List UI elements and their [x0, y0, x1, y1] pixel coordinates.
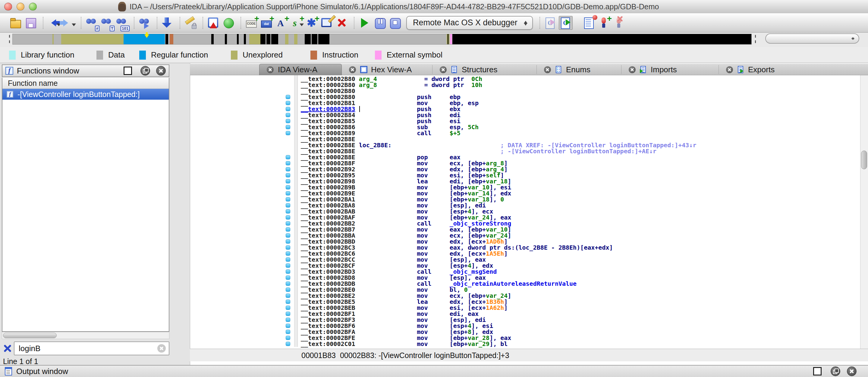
- breakpoint-marker-icon[interactable]: [286, 281, 290, 286]
- functions-float-button[interactable]: [141, 66, 150, 76]
- listing-line[interactable]: __text:00002BBA mov ecx, [ebp+var_24]: [283, 233, 856, 238]
- listing-line[interactable]: __text:00002BA1 mov [ebp+var_18], 0: [283, 196, 856, 202]
- breakpoint-marker-icon[interactable]: [286, 179, 290, 183]
- breakpoint-marker-icon[interactable]: [286, 239, 290, 244]
- create-struct-icon[interactable]: ✱+: [305, 16, 318, 30]
- listing-scrollbar-thumb[interactable]: [861, 150, 867, 169]
- listing-line[interactable]: __text:00002B8E: [283, 136, 856, 142]
- close-window-button[interactable]: [4, 3, 12, 10]
- listing-line[interactable]: __text:00002BEB mov esi, [ecx+1A62h]: [283, 305, 856, 311]
- create-data-icon[interactable]: dat+: [260, 16, 273, 30]
- breakpoint-marker-icon[interactable]: [286, 155, 290, 159]
- tab-ida-view-a[interactable]: IDA View-A: [259, 64, 342, 75]
- start-process-icon[interactable]: [358, 16, 371, 30]
- breakpoint-marker-icon[interactable]: [286, 330, 290, 334]
- listing-line[interactable]: __text:00002B92 mov edx, [ebp+arg_4]: [283, 166, 856, 172]
- edit-icon[interactable]: [320, 16, 333, 30]
- zoom-window-button[interactable]: [29, 3, 37, 10]
- create-code-icon[interactable]: CODE+: [245, 16, 258, 30]
- listing-line[interactable]: __text:00002B98 lea edi, [ebp+var_18]: [283, 178, 856, 184]
- jump-address-icon[interactable]: [161, 16, 174, 30]
- output-float-button[interactable]: [831, 367, 840, 376]
- listing-line[interactable]: __text:00002C01 mov [ebp+var_29], bl: [283, 341, 856, 347]
- listing-line[interactable]: __text:00002BD3 call _objc_msgSend: [283, 269, 856, 275]
- breakpoint-marker-icon[interactable]: [286, 107, 290, 111]
- breakpoint-marker-icon[interactable]: [286, 131, 290, 135]
- breakpoint-marker-icon[interactable]: [286, 318, 290, 322]
- listing-line[interactable]: __text:00002B89 call $+5: [283, 130, 856, 136]
- listing-line[interactable]: __text:00002BC3 mov eax, dword ptr ds:(l…: [283, 244, 856, 250]
- tab-enums[interactable]: Enums: [537, 64, 621, 75]
- listing-line[interactable]: __text:00002B8E pop eax: [283, 154, 856, 160]
- listing-line[interactable]: __text:00002BF6 mov [esp+4], esi: [283, 323, 856, 329]
- listing-line[interactable]: __text:00002B9E mov [ebp+var_14], edx: [283, 190, 856, 196]
- create-string-icon[interactable]: s+: [290, 16, 303, 30]
- listing-line[interactable]: __text:00002B85 push esi: [283, 118, 856, 124]
- create-name-icon[interactable]: A+: [275, 16, 288, 30]
- breakpoint-marker-icon[interactable]: [286, 264, 290, 268]
- listing-line[interactable]: __text:00002B8E ; -[ViewController login…: [283, 148, 856, 154]
- open-file-icon[interactable]: [9, 16, 22, 30]
- column-header-function-name[interactable]: Function name: [2, 78, 169, 89]
- breakpoint-marker-icon[interactable]: [286, 215, 290, 219]
- listing-line[interactable]: __text:00002BE5 lea edx, [ecx+1B36h]: [283, 299, 856, 305]
- functions-close-button[interactable]: [156, 66, 166, 76]
- breakpoint-marker-icon[interactable]: [286, 233, 290, 238]
- tab-close-icon[interactable]: [544, 66, 551, 73]
- tab-close-icon[interactable]: [440, 66, 447, 73]
- breakpoint-marker-icon[interactable]: [286, 125, 290, 129]
- breakpoint-list-icon[interactable]: [582, 16, 595, 30]
- listing-line[interactable]: __text:00002B80 arg_4 = dword ptr 0Ch: [283, 76, 856, 82]
- breakpoint-marker-icon[interactable]: [286, 173, 290, 177]
- reanalyze-icon[interactable]: [222, 16, 235, 30]
- stop-process-icon[interactable]: [388, 16, 401, 30]
- listing-line[interactable]: __text:00002B80 push ebp: [283, 94, 856, 100]
- search-text-icon[interactable]: T: [100, 16, 113, 30]
- breakpoint-marker-icon[interactable]: [286, 342, 290, 346]
- functions-scrollbar-thumb[interactable]: [3, 333, 57, 338]
- add-breakpoint-icon[interactable]: +: [597, 16, 611, 30]
- debugger-select-stepper[interactable]: [523, 19, 529, 28]
- listing-line[interactable]: __text:00002BFA mov [esp+8], edx: [283, 329, 856, 335]
- breakpoint-marker-icon[interactable]: [286, 300, 290, 304]
- listing-line[interactable]: __text:00002B80: [283, 88, 856, 94]
- listing-line[interactable]: __text:00002B95 mov esi, [ebp+self]: [283, 172, 856, 178]
- listing-line[interactable]: __text:00002BB2 call _objc_storeStrong: [283, 220, 856, 227]
- clear-filter-button[interactable]: [157, 344, 166, 353]
- minimize-window-button[interactable]: [17, 3, 24, 10]
- listing-line[interactable]: __text:00002BFE mov [ebp+var_28], eax: [283, 335, 856, 341]
- listing-line[interactable]: __text:00002B9B mov [ebp+var_10], esi: [283, 184, 856, 190]
- listing-line[interactable]: __text:00002B83 push ebx: [283, 106, 856, 112]
- listing-line[interactable]: __text:00002BBD mov edx, [ecx+1AD6h]: [283, 238, 856, 244]
- search-next-icon[interactable]: [138, 16, 151, 30]
- breakpoint-marker-icon[interactable]: [286, 167, 290, 171]
- navband-scrollbar[interactable]: [765, 33, 859, 44]
- step-into-icon[interactable]: C: [559, 16, 572, 30]
- listing-line[interactable]: __text:00002BCF mov [esp+4], edx: [283, 263, 856, 269]
- listing-line[interactable]: __text:00002BF3 mov [esp], edi: [283, 317, 856, 323]
- breakpoint-marker-icon[interactable]: [286, 312, 290, 316]
- listing-line[interactable]: __text:00002B81 mov ebp, esp: [283, 100, 856, 106]
- problems-icon[interactable]: [207, 16, 220, 30]
- listing-line[interactable]: __text:00002BAB mov [esp+4], ecx: [283, 208, 856, 214]
- function-list-item[interactable]: f -[ViewController loginButtonTapped:]: [2, 89, 169, 100]
- navigation-band[interactable]: [12, 34, 752, 44]
- breakpoint-marker-icon[interactable]: [286, 113, 290, 117]
- listing-line[interactable]: __text:00002B84 push edi: [283, 112, 856, 118]
- listing-line[interactable]: __text:00002BAF mov [ebp+var_24], eax: [283, 214, 856, 220]
- listing-line[interactable]: __text:00002B8F mov ecx, [ebp+arg_8]: [283, 160, 856, 166]
- tab-close-icon[interactable]: [267, 66, 274, 73]
- breakpoint-marker-icon[interactable]: [286, 197, 290, 201]
- breakpoint-marker-icon[interactable]: [286, 287, 290, 292]
- breakpoint-marker-icon[interactable]: [286, 276, 290, 280]
- tab-close-icon[interactable]: [726, 66, 733, 73]
- listing-vertical-scrollbar[interactable]: [860, 75, 868, 349]
- listing-line[interactable]: __text:00002B86 sub esp, 5Ch: [283, 124, 856, 130]
- breakpoint-marker-icon[interactable]: [286, 270, 290, 274]
- breakpoint-marker-icon[interactable]: [286, 324, 290, 328]
- listing-line[interactable]: __text:00002BE2 mov ecx, [ebp+var_24]: [283, 293, 856, 299]
- breakpoint-marker-icon[interactable]: [286, 203, 290, 207]
- breakpoint-marker-icon[interactable]: [286, 191, 290, 196]
- breakpoint-marker-icon[interactable]: [286, 119, 290, 123]
- listing-line[interactable]: __text:00002BA8 mov [esp], edi: [283, 202, 856, 208]
